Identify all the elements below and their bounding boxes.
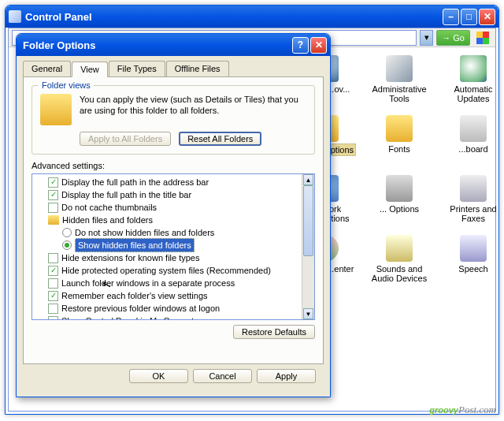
maximize-button[interactable]: □	[461, 9, 477, 25]
cp-item-1[interactable]: Administrative Tools	[365, 54, 434, 110]
cp-item-label: Fonts	[387, 143, 412, 155]
apply-all-folders-button[interactable]: Apply to All Folders	[80, 132, 171, 146]
reset-all-folders-button[interactable]: Reset All Folders	[179, 132, 261, 146]
radio-icon[interactable]	[62, 228, 72, 237]
dialog-title: Folder Options	[20, 39, 291, 51]
tab-general[interactable]: General	[23, 61, 71, 76]
cp-item-13[interactable]: Sounds and Audio Devices	[365, 233, 434, 290]
watermark: groovyPost.com	[429, 404, 496, 416]
tree-node-label: Restore previous folder windows at logon	[61, 302, 220, 315]
main-close-button[interactable]: ✕	[479, 9, 495, 25]
folder-views-text: You can apply the view (such as Details …	[80, 94, 306, 125]
cp-item-6[interactable]: ...board	[439, 114, 499, 170]
tree-node-7[interactable]: ✓Hide protected operating system files (…	[34, 264, 300, 277]
windows-flag-icon	[473, 30, 492, 46]
main-titlebar[interactable]: Control Panel – □ ✕	[6, 6, 498, 28]
cp-item-icon	[460, 115, 487, 142]
advanced-settings-tree[interactable]: ✓Display the full path in the address ba…	[32, 173, 315, 320]
checkbox-icon[interactable]	[48, 316, 58, 321]
tree-node-8[interactable]: Launch folder windows in a separate proc…	[34, 277, 300, 289]
cp-item-label: Administrative Tools	[366, 84, 432, 104]
tree-node-10[interactable]: Restore previous folder windows at logon	[34, 302, 300, 315]
cp-item-9[interactable]: ... Options	[365, 173, 434, 230]
minimize-button[interactable]: –	[443, 9, 459, 25]
checkbox-icon[interactable]: ✓	[48, 266, 58, 276]
checkbox-icon[interactable]: ✓	[48, 291, 58, 301]
cancel-button[interactable]: Cancel	[193, 369, 252, 383]
cp-item-icon	[386, 55, 413, 82]
tree-node-label: Display the full path in the address bar	[61, 176, 209, 188]
checkbox-icon[interactable]	[48, 278, 58, 289]
tree-node-label: Show Control Panel in My Computer	[61, 315, 202, 320]
scroll-thumb[interactable]	[303, 185, 313, 256]
tree-node-label: Display the full path in the title bar	[61, 188, 191, 201]
checkbox-icon[interactable]	[48, 304, 58, 314]
cp-item-icon	[386, 235, 413, 262]
folder-views-icon	[40, 94, 72, 125]
folder-options-dialog: Folder Options ? ✕ GeneralViewFile Types…	[16, 33, 331, 397]
advanced-settings-label: Advanced settings:	[32, 161, 315, 170]
radio-icon[interactable]	[62, 240, 72, 250]
tree-node-label: Remember each folder's view settings	[61, 289, 208, 302]
apply-button[interactable]: Apply	[257, 369, 316, 383]
checkbox-icon[interactable]: ✓	[48, 190, 58, 200]
cp-item-icon	[460, 55, 487, 82]
cp-item-icon	[460, 235, 487, 262]
cp-item-icon	[460, 175, 487, 202]
restore-defaults-button[interactable]: Restore Defaults	[233, 325, 315, 339]
cp-item-10[interactable]: Printers and Faxes	[439, 173, 499, 230]
go-button[interactable]: → Go	[436, 30, 470, 46]
tree-node-label: Show hidden files and folders	[75, 238, 195, 252]
tree-node-label: Hide extensions for known file types	[61, 251, 199, 264]
cp-item-14[interactable]: Speech	[439, 233, 499, 290]
main-title: Control Panel	[25, 11, 441, 23]
help-button[interactable]: ?	[292, 37, 309, 54]
tree-scrollbar[interactable]: ▲ ▼	[302, 174, 314, 319]
ok-button[interactable]: OK	[129, 369, 188, 383]
cp-item-label: ... Options	[378, 203, 421, 214]
tab-file-types[interactable]: File Types	[109, 61, 165, 76]
dialog-buttons: OK Cancel Apply	[23, 364, 324, 383]
control-panel-icon	[9, 10, 21, 23]
scroll-up-arrow[interactable]: ▲	[303, 174, 313, 185]
tree-node-label: Hidden files and folders	[62, 214, 153, 226]
cp-item-icon	[386, 175, 413, 202]
tree-node-label: Launch folder windows in a separate proc…	[61, 277, 235, 289]
tree-node-11[interactable]: Show Control Panel in My Computer	[34, 315, 300, 320]
address-dropdown[interactable]: ▾	[420, 30, 433, 46]
cp-item-label: Printers and Faxes	[440, 203, 499, 224]
tab-panel-view: Folder views You can apply the view (suc…	[23, 77, 324, 364]
checkbox-icon[interactable]	[48, 253, 58, 263]
tree-node-3[interactable]: Hidden files and folders	[34, 214, 300, 226]
folder-views-group: Folder views You can apply the view (suc…	[32, 85, 315, 155]
tree-node-5[interactable]: Show hidden files and folders	[34, 239, 300, 251]
tree-node-2[interactable]: Do not cache thumbnails	[34, 201, 300, 214]
folder-views-title: Folder views	[39, 80, 94, 90]
tree-node-1[interactable]: ✓Display the full path in the title bar	[34, 188, 300, 201]
checkbox-icon[interactable]	[48, 203, 58, 213]
tab-view[interactable]: View	[72, 61, 108, 77]
tab-offline-files[interactable]: Offline Files	[166, 61, 229, 76]
checkbox-icon[interactable]: ✓	[48, 177, 58, 188]
tree-node-label: Hide protected operating system files (R…	[61, 264, 271, 277]
tree-node-label: Do not cache thumbnails	[61, 201, 157, 214]
cp-item-label: ...board	[457, 143, 489, 155]
cp-item-label: Speech	[457, 263, 489, 274]
cp-item-icon	[386, 115, 413, 142]
cp-item-label: Sounds and Audio Devices	[366, 263, 432, 284]
tree-node-9[interactable]: ✓Remember each folder's view settings	[34, 289, 300, 302]
tab-row: GeneralViewFile TypesOffline Files	[23, 61, 324, 77]
dialog-close-button[interactable]: ✕	[310, 37, 327, 54]
cp-item-2[interactable]: Automatic Updates	[439, 54, 499, 110]
scroll-down-arrow[interactable]: ▼	[303, 308, 313, 319]
tree-node-label: Do not show hidden files and folders	[75, 226, 214, 239]
dialog-body: GeneralViewFile TypesOffline Files Folde…	[17, 56, 330, 389]
tree-node-4[interactable]: Do not show hidden files and folders	[34, 226, 300, 239]
tree-node-0[interactable]: ✓Display the full path in the address ba…	[34, 176, 300, 188]
go-label: Go	[453, 33, 465, 43]
tree-node-6[interactable]: Hide extensions for known file types	[34, 251, 300, 264]
dialog-titlebar[interactable]: Folder Options ? ✕	[17, 34, 330, 56]
cp-item-5[interactable]: Fonts	[365, 114, 434, 170]
folder-icon[interactable]	[48, 215, 59, 225]
cp-item-label: Automatic Updates	[440, 84, 499, 104]
